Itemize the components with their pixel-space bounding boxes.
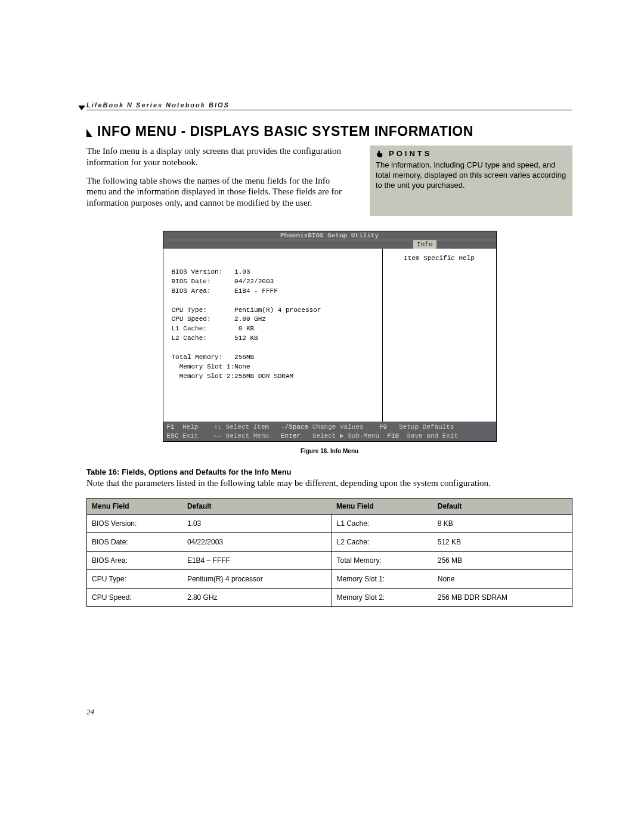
table-cell: BIOS Date: — [87, 532, 182, 551]
table-cell: CPU Speed: — [87, 588, 182, 606]
title-marker-icon — [86, 129, 92, 137]
intro-paragraph-1: The Info menu is a display only screens … — [86, 145, 352, 168]
table-cell: L1 Cache: — [332, 514, 433, 532]
bios-fields-panel: BIOS Version: 1.03 BIOS Date: 04/22/2003… — [163, 249, 382, 422]
table-row: CPU Type:Pentium(R) 4 processorMemory Sl… — [87, 569, 572, 588]
intro-paragraph-2: The following table shows the names of t… — [86, 175, 352, 209]
bios-help-panel: Item Specific Help — [382, 249, 496, 422]
table-header: Default — [182, 498, 332, 514]
table-cell: Total Memory: — [332, 551, 433, 569]
defaults-table: Menu FieldDefaultMenu FieldDefault BIOS … — [86, 498, 572, 607]
header-marker-icon — [78, 106, 85, 110]
bios-screenshot: PhoenixBIOS Setup Utility Info BIOS Vers… — [163, 231, 497, 442]
table-cell: Pentium(R) 4 processor — [182, 569, 332, 588]
points-callout: POINTS The information, including CPU ty… — [370, 145, 572, 216]
table-cell: 256 MB — [433, 551, 572, 569]
bios-help-title: Item Specific Help — [389, 255, 490, 262]
table-note: Note that the parameters listed in the f… — [86, 478, 572, 490]
figure-caption: Figure 16. Info Menu — [163, 448, 497, 454]
hand-point-icon — [376, 150, 384, 158]
table-header: Menu Field — [332, 498, 433, 514]
header-text: LifeBook N Series Notebook BIOS — [86, 101, 230, 109]
points-heading: POINTS — [389, 149, 432, 159]
bios-utility-title: PhoenixBIOS Setup Utility — [163, 231, 496, 240]
bios-tab-info: Info — [413, 240, 436, 249]
table-row: BIOS Version:1.03L1 Cache:8 KB — [87, 514, 572, 532]
table-cell: BIOS Area: — [87, 551, 182, 569]
table-row: BIOS Area:E1B4 – FFFFTotal Memory:256 MB — [87, 551, 572, 569]
table-row: BIOS Date:04/22/2003L2 Cache:512 KB — [87, 532, 572, 551]
bios-footer-keys: F1 Help ↑↓ Select Item -/Space Change Va… — [163, 422, 496, 442]
table-cell: None — [433, 569, 572, 588]
table-cell: 256 MB DDR SDRAM — [433, 588, 572, 606]
table-cell: 512 KB — [433, 532, 572, 551]
table-cell: 04/22/2003 — [182, 532, 332, 551]
table-cell: L2 Cache: — [332, 532, 433, 551]
bios-tab-bar: Info — [163, 240, 496, 249]
table-cell: 2.80 GHz — [182, 588, 332, 606]
points-body: The information, including CPU type and … — [376, 160, 566, 191]
table-cell: 8 KB — [433, 514, 572, 532]
table-cell: CPU Type: — [87, 569, 182, 588]
table-cell: E1B4 – FFFF — [182, 551, 332, 569]
table-title: Table 16: Fields, Options and Defaults f… — [86, 467, 572, 476]
table-header: Default — [433, 498, 572, 514]
table-cell: BIOS Version: — [87, 514, 182, 532]
page-number: 24 — [86, 707, 94, 717]
page-title: INFO MENU - DISPLAYS BASIC SYSTEM INFORM… — [97, 123, 473, 140]
table-row: CPU Speed:2.80 GHzMemory Slot 2:256 MB D… — [87, 588, 572, 606]
page-header: LifeBook N Series Notebook BIOS — [86, 101, 572, 110]
table-cell: Memory Slot 2: — [332, 588, 433, 606]
table-cell: Memory Slot 1: — [332, 569, 433, 588]
table-header: Menu Field — [87, 498, 182, 514]
table-cell: 1.03 — [182, 514, 332, 532]
